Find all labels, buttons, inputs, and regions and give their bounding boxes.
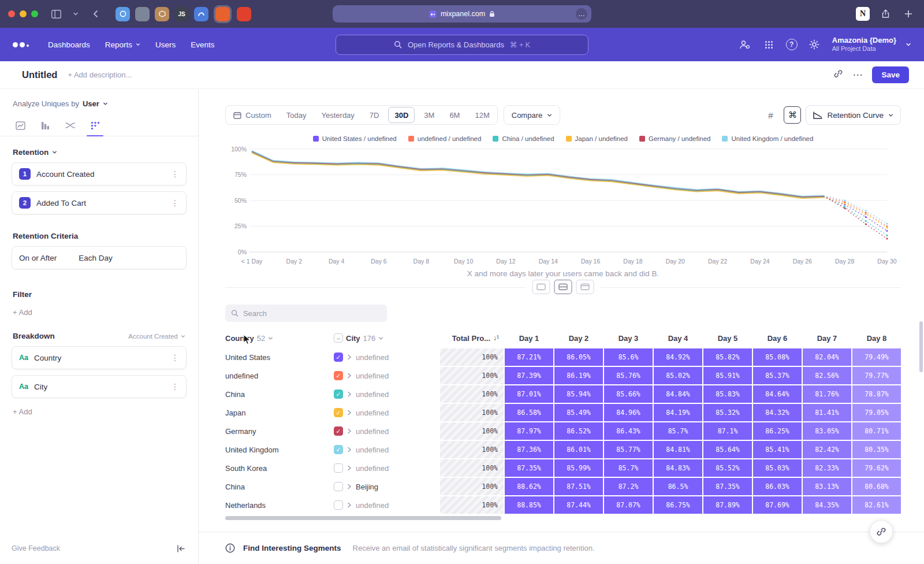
cell-day-value[interactable]: 85.66%	[604, 385, 653, 403]
cell-day-value[interactable]: 85.52%	[703, 459, 752, 477]
nav-item-reports[interactable]: Reports	[98, 40, 148, 49]
cell-day-value[interactable]: 85.91%	[703, 367, 752, 384]
help-icon[interactable]: ?	[786, 39, 798, 50]
add-description[interactable]: + Add description...	[68, 70, 132, 79]
compare-button[interactable]: Compare	[504, 105, 560, 125]
cell-day-value[interactable]: 86.75%	[654, 496, 702, 514]
annotations-toggle[interactable]: ⌘	[784, 106, 801, 124]
cell-city[interactable]: ✓undefined	[334, 348, 439, 366]
more-options-button[interactable]: ⋯	[852, 69, 863, 81]
cell-day-value[interactable]: 80.71%	[852, 422, 901, 440]
range-3m[interactable]: 3M	[416, 106, 442, 124]
cell-day-value[interactable]: 84.32%	[753, 404, 802, 421]
cell-city[interactable]: ✓undefined	[334, 385, 439, 403]
apps-grid-icon[interactable]	[762, 37, 777, 52]
range-custom[interactable]: Custom	[226, 106, 279, 124]
select-all-checkbox[interactable]: –	[334, 333, 343, 343]
cell-country[interactable]: United States	[225, 348, 333, 366]
cell-day-value[interactable]: 87.69%	[753, 496, 802, 514]
cell-day-value[interactable]: 87.44%	[554, 496, 603, 514]
cell-day-value[interactable]: 86.19%	[554, 367, 603, 384]
row-checkbox[interactable]: ✓	[334, 445, 343, 454]
cell-day-value[interactable]: 82.42%	[803, 441, 851, 458]
cell-day-value[interactable]: 85.94%	[554, 385, 603, 403]
cell-day-value[interactable]: 79.05%	[852, 404, 901, 421]
cell-day-value[interactable]: 85.08%	[753, 348, 802, 366]
cell-day-value[interactable]: 82.61%	[852, 496, 901, 514]
settings-gear-icon[interactable]	[807, 37, 822, 52]
cell-day-value[interactable]: 85.6%	[604, 348, 653, 366]
mixpanel-logo[interactable]	[13, 42, 29, 47]
cell-city[interactable]: ✓undefined	[334, 404, 439, 421]
cell-day-value[interactable]: 86.03%	[753, 478, 802, 495]
cell-day-value[interactable]: 84.96%	[604, 404, 653, 421]
cell-day-value[interactable]: 87.97%	[505, 422, 553, 440]
address-bar[interactable]: mixpanel.com …	[333, 5, 591, 23]
cell-city[interactable]: Beijing	[334, 478, 439, 495]
browser-sidebar-toggle[interactable]	[49, 6, 64, 21]
column-header-day[interactable]: Day 7	[803, 329, 851, 347]
analyze-entity-selector[interactable]: User	[83, 99, 99, 108]
project-switcher[interactable]: Amazonia {Demo} All Project Data	[832, 36, 896, 53]
share-icon[interactable]	[878, 6, 893, 21]
cell-day-value[interactable]: 82.33%	[803, 459, 851, 477]
cell-day-value[interactable]: 78.87%	[852, 385, 901, 403]
cell-day-value[interactable]: 87.2%	[604, 478, 653, 495]
tab-favicon-js[interactable]: JS	[174, 7, 189, 21]
cell-day-value[interactable]: 82.56%	[803, 367, 851, 384]
cell-country[interactable]: China	[225, 478, 333, 495]
expand-row-button[interactable]	[347, 354, 352, 360]
cell-day-value[interactable]: 88.62%	[505, 478, 553, 495]
range-yesterday[interactable]: Yesterday	[314, 106, 362, 124]
nav-item-dashboards[interactable]: Dashboards	[40, 40, 98, 49]
breakdown-card[interactable]: Aa City ⋮	[12, 375, 187, 398]
range-6m[interactable]: 6M	[442, 106, 467, 124]
row-checkbox[interactable]: ✓	[334, 389, 343, 399]
cell-day-value[interactable]: 86.52%	[554, 422, 603, 440]
back-button[interactable]	[88, 6, 103, 21]
cell-day-value[interactable]: 87.39%	[505, 367, 553, 384]
row-checkbox[interactable]	[334, 463, 343, 473]
cell-day-value[interactable]: 87.1%	[703, 422, 752, 440]
column-header-day[interactable]: Day 3	[604, 329, 653, 347]
cell-day-value[interactable]: 85.7%	[654, 422, 702, 440]
legend-item[interactable]: Germany / undefined	[639, 135, 710, 142]
sort-icon[interactable]: ↓¹	[493, 334, 499, 342]
range-7d[interactable]: 7D	[362, 106, 387, 124]
column-header-total[interactable]: Total Pro...↓¹	[440, 329, 504, 347]
vertical-scrollbar-thumb[interactable]	[919, 321, 923, 372]
range-12m[interactable]: 12M	[467, 106, 497, 124]
tab-funnels[interactable]	[33, 115, 58, 136]
report-title[interactable]: Untitled	[22, 69, 57, 80]
cell-day-value[interactable]: 86.43%	[604, 422, 653, 440]
cell-country[interactable]: undefined	[225, 367, 333, 384]
cell-country[interactable]: South Korea	[225, 459, 333, 477]
cell-day-value[interactable]: 85.32%	[703, 404, 752, 421]
expand-row-button[interactable]	[347, 410, 352, 415]
tab-favicon-cube[interactable]	[155, 7, 169, 21]
cell-day-value[interactable]: 87.21%	[505, 348, 553, 366]
cell-day-value[interactable]: 79.77%	[852, 367, 901, 384]
cell-city[interactable]: ✓undefined	[334, 367, 439, 384]
share-link-fab[interactable]	[870, 520, 893, 543]
new-tab-icon[interactable]	[901, 6, 916, 21]
cell-day-value[interactable]: 81.41%	[803, 404, 851, 421]
expand-row-button[interactable]	[347, 447, 352, 452]
chevron-down-icon[interactable]	[68, 6, 83, 21]
cell-day-value[interactable]: 85.64%	[703, 441, 752, 458]
column-header-city[interactable]: – City176	[334, 329, 439, 347]
cell-day-value[interactable]: 85.82%	[703, 348, 752, 366]
cell-day-value[interactable]: 80.35%	[852, 441, 901, 458]
cell-day-value[interactable]: 84.35%	[803, 496, 851, 514]
view-toggle-split[interactable]	[554, 280, 572, 294]
address-bar-more-button[interactable]: …	[576, 8, 587, 20]
close-window-button[interactable]	[8, 10, 15, 17]
tab-favicon-blue[interactable]	[194, 7, 208, 21]
tab-retention[interactable]	[83, 115, 107, 136]
column-header-day[interactable]: Day 8	[852, 329, 901, 347]
expand-row-button[interactable]	[347, 484, 352, 489]
row-checkbox[interactable]: ✓	[334, 352, 343, 362]
tab-favicon-info[interactable]	[116, 7, 130, 21]
legend-item[interactable]: United Kingdom / undefined	[722, 135, 813, 142]
maximize-window-button[interactable]	[31, 10, 38, 17]
